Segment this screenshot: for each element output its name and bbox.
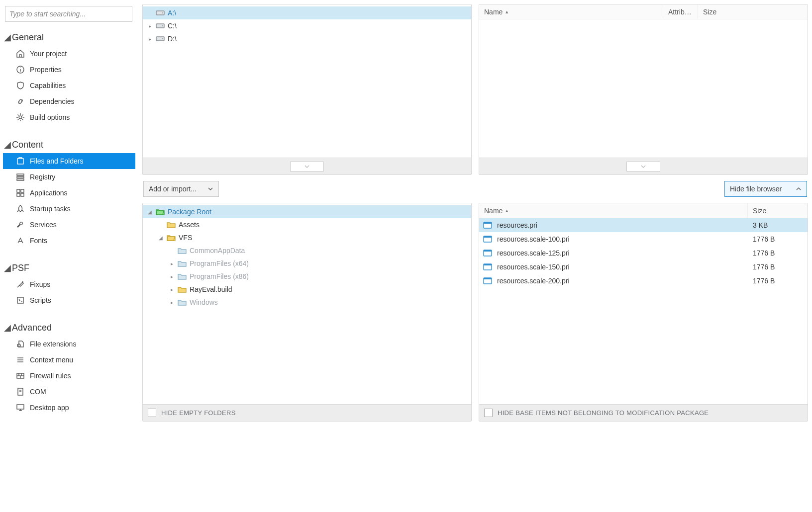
tree-label: ProgramFiles (x64) <box>190 259 249 267</box>
file-row[interactable]: resources.scale-150.pri1776 B <box>479 260 808 274</box>
expander-icon[interactable]: ▸ <box>169 274 175 279</box>
folder-icon <box>178 247 187 254</box>
search-input[interactable] <box>9 10 120 18</box>
nav-item-registry[interactable]: Registry <box>3 169 135 185</box>
column-attrib[interactable]: Attrib… <box>663 4 698 19</box>
svg-point-34 <box>162 25 163 26</box>
nav-item-files-and-folders[interactable]: Files and Folders <box>3 153 135 169</box>
tree-row[interactable]: ▸ProgramFiles (x86) <box>143 270 471 283</box>
hide-base-items-label: HIDE BASE ITEMS NOT BELONGING TO MODIFIC… <box>498 409 709 417</box>
nav-item-com[interactable]: COM <box>3 384 135 400</box>
file-icon <box>483 277 492 284</box>
column-attrib-label: Attrib… <box>668 8 692 16</box>
nav-section-title: PSF <box>12 263 29 273</box>
drive-label: D:\ <box>168 35 177 43</box>
nav-item-services[interactable]: Services <box>3 217 135 233</box>
tree-row[interactable]: CommonAppData <box>143 244 471 257</box>
column-size-label: Size <box>703 8 716 16</box>
expander-icon[interactable]: ▸ <box>169 300 175 305</box>
svg-rect-14 <box>17 297 23 303</box>
nav-item-build-options[interactable]: Build options <box>3 109 135 125</box>
tree-row[interactable]: ▸RayEval.build <box>143 283 471 296</box>
rocket-icon <box>16 204 25 213</box>
hide-empty-folders-label: HIDE EMPTY FOLDERS <box>161 409 236 417</box>
package-root-row[interactable]: ◢Package Root <box>143 205 471 218</box>
nav-item-startup-tasks[interactable]: Startup tasks <box>3 201 135 217</box>
nav-section-content[interactable]: ◢Content <box>3 136 135 153</box>
folder-icon <box>178 273 187 280</box>
drives-panel: A:\▸C:\▸D:\ <box>142 4 472 175</box>
tree-row[interactable]: ▸Windows <box>143 296 471 309</box>
expander-icon[interactable]: ▸ <box>147 36 153 42</box>
nav-item-scripts[interactable]: Scripts <box>3 292 135 308</box>
file-row[interactable]: resources.scale-200.pri1776 B <box>479 274 808 288</box>
expander-icon[interactable]: ▸ <box>169 287 175 292</box>
package-file-list[interactable]: resources.pri3 KBresources.scale-100.pri… <box>479 218 808 404</box>
tree-row[interactable]: ◢VFS <box>143 231 471 244</box>
nav-item-applications[interactable]: Applications <box>3 185 135 201</box>
nav-item-fonts[interactable]: Fonts <box>3 233 135 249</box>
nav-item-file-extensions[interactable]: File extensions <box>3 336 135 352</box>
expander-icon[interactable]: ◢ <box>147 209 153 215</box>
column-name[interactable]: Name ▲ <box>479 4 663 19</box>
search-box[interactable] <box>5 6 132 22</box>
drive-row[interactable]: ▸D:\ <box>143 32 471 45</box>
nav-section-advanced[interactable]: ◢Advanced <box>3 319 135 336</box>
nav-item-context-menu[interactable]: Context menu <box>3 352 135 368</box>
hide-empty-folders-checkbox[interactable] <box>148 409 156 417</box>
column-size[interactable]: Size <box>698 4 808 19</box>
expander-icon[interactable]: ◢ <box>158 235 164 241</box>
nav-section-psf[interactable]: ◢PSF <box>3 259 135 276</box>
file-name: resources.pri <box>497 221 748 229</box>
nav-item-label: Build options <box>30 112 70 122</box>
file-icon <box>483 236 492 243</box>
drive-tree[interactable]: A:\▸C:\▸D:\ <box>143 4 471 158</box>
file-size: 1776 B <box>753 249 808 257</box>
nav-item-label: Registry <box>30 172 55 182</box>
drive-files-panel: Name ▲ Attrib… Size <box>479 4 808 175</box>
nav-item-dependencies[interactable]: Dependencies <box>3 93 135 109</box>
file-row[interactable]: resources.pri3 KB <box>479 218 808 232</box>
file-icon <box>483 250 492 256</box>
drive-files-expand-button[interactable] <box>626 162 660 171</box>
wrench-icon <box>16 220 25 229</box>
drive-row[interactable]: A:\ <box>143 6 471 19</box>
expander-icon[interactable]: ▸ <box>147 23 153 29</box>
nav-item-fixups[interactable]: Fixups <box>3 276 135 292</box>
package-tree-panel: ◢Package RootAssets◢VFSCommonAppData▸Pro… <box>142 203 472 422</box>
drive-row[interactable]: ▸C:\ <box>143 19 471 32</box>
pf-column-size[interactable]: Size <box>748 203 808 218</box>
file-row[interactable]: resources.scale-100.pri1776 B <box>479 232 808 246</box>
nav-item-label: COM <box>30 387 46 397</box>
drives-expand-button[interactable] <box>290 162 324 171</box>
add-or-import-dropdown[interactable]: Add or import... <box>143 181 219 197</box>
nav-item-capabilities[interactable]: Capabilities <box>3 78 135 93</box>
nav-item-desktop-app[interactable]: Desktop app <box>3 400 135 416</box>
nav-section-general[interactable]: ◢General <box>3 29 135 46</box>
hide-base-items-checkbox[interactable] <box>484 409 493 417</box>
drive-files-footer <box>479 158 808 174</box>
tree-row[interactable]: ▸ProgramFiles (x64) <box>143 257 471 270</box>
hide-file-browser-button[interactable]: Hide file browser <box>724 181 807 197</box>
pf-column-name[interactable]: Name ▲ <box>479 203 748 218</box>
chevron-down-icon: ◢ <box>4 262 9 273</box>
com-icon <box>16 387 25 396</box>
package-tree[interactable]: ◢Package RootAssets◢VFSCommonAppData▸Pro… <box>143 203 471 404</box>
hide-base-items-footer: HIDE BASE ITEMS NOT BELONGING TO MODIFIC… <box>479 404 808 421</box>
expander-icon[interactable]: ▸ <box>169 261 175 266</box>
svg-rect-38 <box>484 222 492 224</box>
tree-row[interactable]: Assets <box>143 218 471 231</box>
nav-item-your-project[interactable]: Your project <box>3 46 135 62</box>
shield-icon <box>16 81 25 90</box>
file-row[interactable]: resources.scale-125.pri1776 B <box>479 246 808 260</box>
fix-icon <box>16 280 25 289</box>
sidebar: ◢GeneralYour projectPropertiesCapabiliti… <box>0 0 137 512</box>
file-icon <box>483 222 492 229</box>
nav-item-properties[interactable]: Properties <box>3 62 135 78</box>
nav-item-firewall-rules[interactable]: Firewall rules <box>3 368 135 384</box>
file-size: 1776 B <box>753 277 808 285</box>
svg-rect-44 <box>484 264 492 265</box>
drive-files-columns: Name ▲ Attrib… Size <box>479 4 808 19</box>
drive-label: A:\ <box>168 9 176 17</box>
nav-item-label: Startup tasks <box>30 204 71 214</box>
